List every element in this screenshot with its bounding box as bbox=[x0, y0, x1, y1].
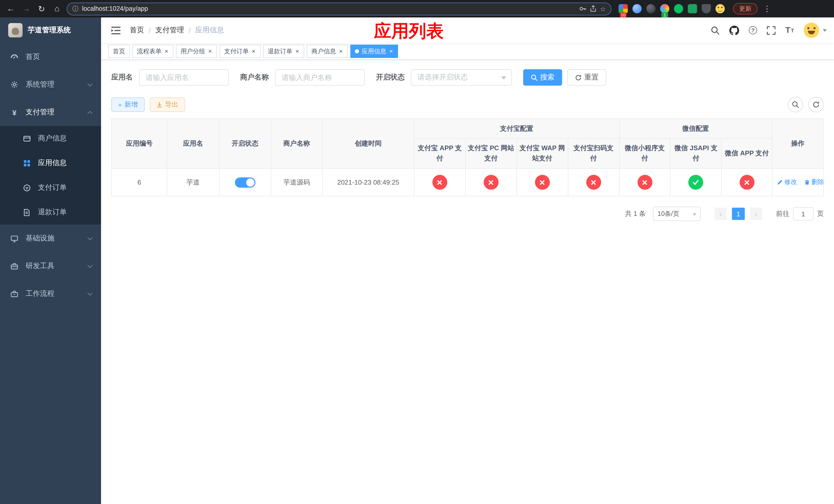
gear-icon bbox=[10, 81, 19, 89]
url-text: localhost:1024/pay/app bbox=[82, 5, 575, 12]
bookmark-star-icon[interactable]: ☆ bbox=[600, 5, 606, 13]
goto-label: 前往 bbox=[776, 209, 789, 219]
search-button[interactable]: 搜索 bbox=[523, 69, 562, 86]
tab-label: 流程表单 bbox=[137, 47, 161, 55]
site-info-icon[interactable]: ⓘ bbox=[72, 4, 79, 13]
user-menu[interactable] bbox=[804, 23, 827, 38]
chrome-update-button[interactable]: 更新 bbox=[733, 3, 758, 14]
app-name-input[interactable] bbox=[139, 69, 229, 86]
delete-button[interactable]: 删除 bbox=[804, 178, 824, 187]
chevron-down-icon bbox=[823, 29, 827, 31]
edit-button[interactable]: 修改 bbox=[777, 178, 797, 187]
extension-green-icon[interactable] bbox=[688, 4, 697, 13]
col-header-actions: 操作 bbox=[772, 119, 824, 168]
tab-label: 应用信息 bbox=[361, 47, 386, 55]
sidebar-item-label: 退款订单 bbox=[38, 208, 67, 217]
status-toggle[interactable] bbox=[235, 177, 255, 187]
help-icon[interactable]: ? bbox=[749, 26, 757, 35]
export-button[interactable]: 导出 bbox=[150, 97, 185, 112]
browser-back-button[interactable]: ← bbox=[5, 3, 16, 14]
goto-page-input[interactable] bbox=[793, 207, 813, 221]
cell-alipay-pc bbox=[465, 168, 517, 196]
cell-create-time: 2021-10-23 08:49:25 bbox=[322, 168, 414, 196]
status-select-placeholder: 请选择开启状态 bbox=[418, 73, 468, 82]
tab-user-group[interactable]: 用户分组 × bbox=[176, 45, 217, 58]
breadcrumb-separator: / bbox=[149, 26, 151, 35]
sidebar-item-dev-tools[interactable]: 研发工具 bbox=[0, 252, 101, 280]
status-cross-icon bbox=[586, 175, 601, 190]
password-key-icon[interactable] bbox=[579, 5, 586, 12]
sidebar-item-label: 应用信息 bbox=[38, 158, 67, 168]
next-page-button[interactable]: › bbox=[750, 208, 762, 220]
col-header-merchant: 商户名称 bbox=[271, 119, 322, 168]
toggle-search-button[interactable] bbox=[788, 97, 803, 112]
browser-home-button[interactable]: ⌂ bbox=[51, 3, 63, 14]
extension-grid-icon[interactable]: 10 bbox=[619, 4, 628, 13]
extension-wechat-devtools-icon[interactable] bbox=[674, 4, 683, 13]
close-icon[interactable]: × bbox=[208, 48, 212, 54]
prev-page-button[interactable]: ‹ bbox=[715, 208, 727, 220]
add-button[interactable]: + 新增 bbox=[111, 97, 145, 112]
tab-merchant-info[interactable]: 商户信息 × bbox=[307, 45, 348, 58]
sidebar-item-merchant-info[interactable]: 商户信息 bbox=[0, 126, 101, 151]
merchant-name-input[interactable] bbox=[275, 69, 365, 86]
share-icon[interactable] bbox=[590, 5, 596, 12]
logo-avatar bbox=[8, 23, 23, 38]
sidebar-item-home[interactable]: 首页 bbox=[0, 43, 101, 71]
github-icon[interactable] bbox=[729, 25, 739, 35]
sidebar-item-label: 支付订单 bbox=[38, 183, 67, 192]
sidebar-item-refund-order[interactable]: 退款订单 bbox=[0, 200, 101, 225]
breadcrumb-home[interactable]: 首页 bbox=[130, 26, 144, 35]
search-icon[interactable] bbox=[711, 26, 720, 35]
toolbox-icon bbox=[10, 262, 19, 270]
search-button-label: 搜索 bbox=[540, 73, 554, 82]
active-dot bbox=[355, 49, 359, 53]
tab-app-info[interactable]: 应用信息 × bbox=[350, 45, 398, 58]
sidebar-item-pay-order[interactable]: 支付订单 bbox=[0, 175, 101, 200]
app-name-label: 应用名 bbox=[111, 73, 133, 82]
browser-forward-button[interactable]: → bbox=[21, 3, 32, 14]
tab-pay-order[interactable]: 支付订单 × bbox=[220, 45, 261, 58]
browser-chrome: ← → ↻ ⌂ ⓘ localhost:1024/pay/app ☆ 10 1 … bbox=[0, 0, 834, 18]
sidebar-logo[interactable]: 芋道管理系统 bbox=[0, 18, 101, 43]
sidebar-item-label: 工作流程 bbox=[26, 289, 54, 298]
page-size-select[interactable]: 10条/页 bbox=[653, 207, 701, 221]
sidebar-toggle-icon[interactable] bbox=[108, 26, 124, 34]
status-select[interactable]: 请选择开启状态 bbox=[411, 69, 512, 86]
extension-pin-icon[interactable] bbox=[702, 4, 711, 13]
page-content: 应用名 商户名称 开启状态 请选择开启状态 bbox=[101, 60, 834, 504]
close-icon[interactable]: × bbox=[251, 48, 256, 54]
tab-home[interactable]: 首页 bbox=[108, 45, 130, 58]
browser-profile-avatar[interactable] bbox=[716, 4, 725, 13]
sidebar-item-system[interactable]: 系统管理 bbox=[0, 71, 101, 98]
monitor-icon bbox=[10, 234, 19, 242]
breadcrumb-payment[interactable]: 支付管理 bbox=[155, 26, 184, 35]
extension-badge: 1 bbox=[661, 12, 668, 18]
tab-process-form[interactable]: 流程表单 × bbox=[132, 45, 173, 58]
col-header-wechat-jsapi: 微信 JSAPI 支付 bbox=[671, 138, 722, 168]
status-cross-icon bbox=[483, 175, 498, 190]
sidebar-item-infrastructure[interactable]: 基础设施 bbox=[0, 225, 101, 252]
browser-menu-icon[interactable]: ⋮ bbox=[762, 4, 772, 13]
close-icon[interactable]: × bbox=[338, 48, 343, 54]
browser-reload-button[interactable]: ↻ bbox=[36, 3, 47, 14]
close-icon[interactable]: × bbox=[295, 48, 300, 54]
extension-colorful-icon[interactable]: 1 bbox=[660, 4, 670, 13]
sidebar-item-workflow[interactable]: 工作流程 bbox=[0, 280, 101, 307]
sidebar-item-payment[interactable]: ¥ 支付管理 bbox=[0, 98, 101, 126]
extension-globe-icon[interactable] bbox=[646, 4, 656, 13]
close-icon[interactable]: × bbox=[389, 48, 393, 54]
font-size-icon[interactable]: TT bbox=[785, 26, 794, 35]
fullscreen-icon[interactable] bbox=[767, 26, 775, 35]
tab-refund-order[interactable]: 退款订单 × bbox=[263, 45, 304, 58]
reset-button[interactable]: 重置 bbox=[567, 69, 606, 86]
cell-status bbox=[219, 168, 271, 196]
sidebar-item-app-info[interactable]: 应用信息 bbox=[0, 151, 101, 175]
refresh-button[interactable] bbox=[808, 97, 824, 112]
close-icon[interactable]: × bbox=[164, 48, 169, 54]
address-bar[interactable]: ⓘ localhost:1024/pay/app ☆ bbox=[67, 2, 611, 15]
tab-label: 用户分组 bbox=[180, 47, 205, 55]
page-1-button[interactable]: 1 bbox=[732, 208, 745, 220]
card-icon bbox=[23, 135, 31, 142]
extension-blue-icon[interactable] bbox=[632, 4, 642, 13]
